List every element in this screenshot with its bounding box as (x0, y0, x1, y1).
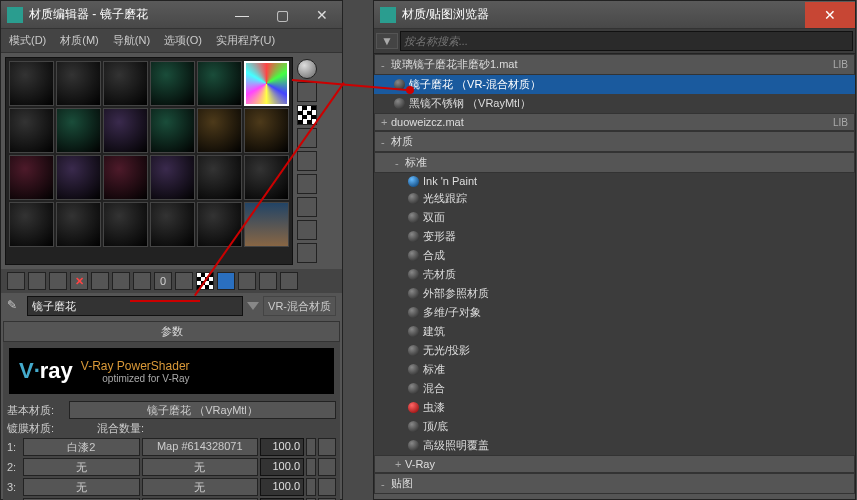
material-slot[interactable] (150, 155, 195, 200)
make-unique-icon[interactable] (112, 272, 130, 290)
tree-item[interactable]: 混合 (374, 379, 855, 398)
mat-id-icon[interactable]: 0 (154, 272, 172, 290)
tree-item[interactable]: 标准 (374, 360, 855, 379)
expand-icon[interactable]: - (381, 136, 391, 148)
tree-item[interactable]: 黑镜不锈钢 （VRayMtl） (374, 94, 855, 113)
material-slot[interactable] (150, 108, 195, 153)
material-name-input[interactable] (27, 296, 243, 316)
material-slot[interactable] (197, 61, 242, 106)
tree-item[interactable]: 虫漆 (374, 398, 855, 417)
tree-item[interactable]: 外部参照材质 (374, 284, 855, 303)
tree-section[interactable]: -玻璃镜子磨花非磨砂1.matLIB (374, 54, 855, 75)
material-slot[interactable] (103, 202, 148, 247)
select-by-mat-icon[interactable] (297, 220, 317, 240)
color-swatch[interactable] (318, 438, 336, 456)
spinner-icon[interactable] (306, 458, 316, 476)
tree-item[interactable]: 双面 (374, 208, 855, 227)
expand-icon[interactable]: - (395, 157, 405, 169)
tree-item[interactable]: 顶/底 (374, 417, 855, 436)
put-to-scene-icon[interactable] (28, 272, 46, 290)
blend-map-button[interactable]: 无 (142, 478, 259, 496)
tree-item[interactable]: 壳材质 (374, 265, 855, 284)
eyedropper-icon[interactable]: ✎ (7, 298, 23, 314)
material-slot[interactable] (56, 61, 101, 106)
background-icon[interactable] (297, 105, 317, 125)
material-slot[interactable] (197, 155, 242, 200)
tree-section[interactable]: +duoweizcz.matLIB (374, 113, 855, 131)
reset-icon[interactable]: ✕ (70, 272, 88, 290)
material-type-button[interactable]: VR-混合材质 (263, 296, 336, 316)
blend-amount-input[interactable]: 100.0 (260, 438, 304, 456)
material-slot[interactable] (56, 202, 101, 247)
copy-icon[interactable] (91, 272, 109, 290)
material-slot[interactable] (56, 155, 101, 200)
tree-item[interactable]: 高级照明覆盖 (374, 436, 855, 455)
material-slot[interactable] (103, 155, 148, 200)
maximize-button[interactable]: ▢ (262, 2, 302, 28)
video-check-icon[interactable] (297, 151, 317, 171)
rollup-params[interactable]: 参数 (3, 321, 340, 342)
material-slot[interactable] (103, 61, 148, 106)
go-forward-icon[interactable] (259, 272, 277, 290)
search-input[interactable] (400, 31, 853, 51)
spinner-icon[interactable] (306, 438, 316, 456)
material-slot[interactable] (9, 155, 54, 200)
color-swatch[interactable] (318, 458, 336, 476)
tree-section[interactable]: +V-Ray (374, 455, 855, 473)
tree-item[interactable]: 变形器 (374, 227, 855, 246)
tree-item[interactable]: 合成 (374, 246, 855, 265)
tree-item[interactable]: 建筑 (374, 322, 855, 341)
material-slot[interactable] (150, 202, 195, 247)
coat-mat-button[interactable]: 无 (23, 478, 140, 496)
mat-map-nav-icon[interactable] (297, 243, 317, 263)
material-slot[interactable] (197, 108, 242, 153)
tree-item[interactable]: 光线跟踪 (374, 189, 855, 208)
assign-icon[interactable] (49, 272, 67, 290)
material-slot[interactable] (9, 61, 54, 106)
menu-nav[interactable]: 导航(N) (109, 31, 154, 50)
material-slot[interactable] (197, 202, 242, 247)
tree-item[interactable]: 多维/子对象 (374, 303, 855, 322)
show-end-icon[interactable] (217, 272, 235, 290)
blend-map-button[interactable]: Map #614328071 (142, 438, 259, 456)
close-button[interactable]: ✕ (302, 2, 342, 28)
preview-icon[interactable] (297, 174, 317, 194)
name-dropdown-icon[interactable] (247, 302, 259, 310)
close-button[interactable]: ✕ (805, 2, 855, 28)
titlebar[interactable]: 材质/贴图浏览器 ✕ (374, 1, 855, 29)
material-slot[interactable] (150, 61, 195, 106)
material-slot[interactable] (9, 202, 54, 247)
tree-item[interactable]: 无光/投影 (374, 341, 855, 360)
options-dropdown-icon[interactable]: ▼ (376, 33, 398, 49)
expand-icon[interactable]: + (381, 116, 391, 128)
blend-amount-input[interactable]: 100.0 (260, 478, 304, 496)
blend-map-button[interactable]: 无 (142, 458, 259, 476)
menu-mode[interactable]: 模式(D) (5, 31, 50, 50)
color-swatch[interactable] (318, 478, 336, 496)
sample-uv-icon[interactable] (297, 128, 317, 148)
material-slot[interactable] (103, 108, 148, 153)
get-material-icon[interactable] (7, 272, 25, 290)
expand-icon[interactable]: - (381, 59, 391, 71)
material-slot[interactable] (9, 108, 54, 153)
coat-mat-button[interactable]: 无 (23, 458, 140, 476)
titlebar[interactable]: 材质编辑器 - 镜子磨花 — ▢ ✕ (1, 1, 342, 29)
menu-material[interactable]: 材质(M) (56, 31, 103, 50)
go-parent-icon[interactable] (238, 272, 256, 290)
spinner-icon[interactable] (306, 478, 316, 496)
sample-type-icon[interactable] (297, 59, 317, 79)
expand-icon[interactable]: + (395, 458, 405, 470)
material-slot[interactable] (244, 155, 289, 200)
material-slot[interactable] (244, 108, 289, 153)
tree-section[interactable]: -材质 (374, 131, 855, 152)
base-mat-button[interactable]: 镜子磨花 （VRayMtl） (69, 401, 336, 419)
minimize-button[interactable]: — (222, 2, 262, 28)
tree-section[interactable]: -贴图 (374, 473, 855, 494)
coat-mat-button[interactable]: 白漆2 (23, 438, 140, 456)
tree-item[interactable]: Ink 'n Paint (374, 173, 855, 189)
backlight-icon[interactable] (297, 82, 317, 102)
tree-item[interactable]: 镜子磨花 （VR-混合材质） (374, 75, 855, 94)
blend-amount-input[interactable]: 100.0 (260, 458, 304, 476)
go-sibling-icon[interactable] (280, 272, 298, 290)
expand-icon[interactable]: - (381, 478, 391, 490)
